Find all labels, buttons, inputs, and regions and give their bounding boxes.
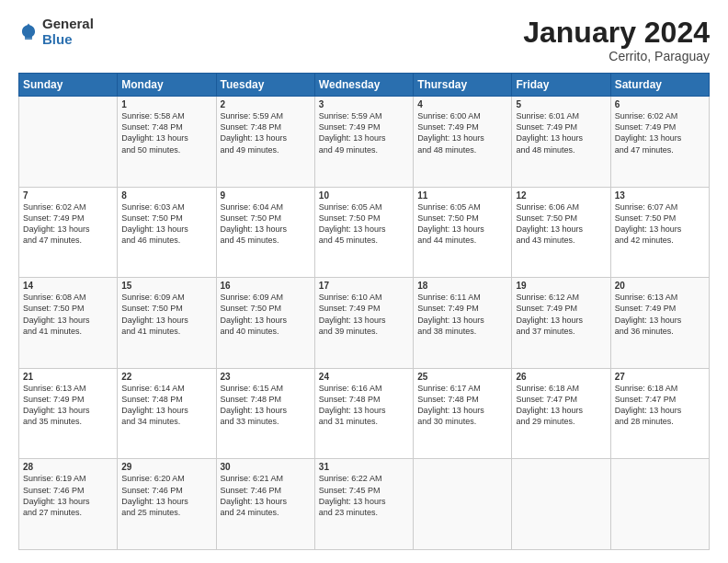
day-number: 23: [221, 372, 311, 382]
calendar-header-row: SundayMondayTuesdayWednesdayThursdayFrid…: [19, 74, 710, 97]
day-number: 20: [615, 281, 705, 291]
calendar-cell-1-3: 2Sunrise: 5:59 AMSunset: 7:48 PMDaylight…: [216, 97, 314, 188]
day-info: Sunrise: 6:00 AMSunset: 7:49 PMDaylight:…: [417, 110, 507, 155]
day-number: 29: [121, 462, 211, 472]
calendar-dow-wednesday: Wednesday: [314, 74, 413, 97]
calendar-dow-sunday: Sunday: [19, 74, 118, 97]
day-number: 26: [516, 372, 606, 382]
calendar-cell-3-7: 20Sunrise: 6:13 AMSunset: 7:49 PMDayligh…: [610, 278, 709, 369]
day-number: 19: [516, 281, 606, 291]
day-number: 24: [319, 372, 409, 382]
calendar-cell-1-1: [19, 97, 118, 188]
day-info: Sunrise: 6:13 AMSunset: 7:49 PMDaylight:…: [615, 292, 705, 337]
calendar-week-4: 21Sunrise: 6:13 AMSunset: 7:49 PMDayligh…: [19, 368, 710, 459]
calendar-cell-2-6: 12Sunrise: 6:06 AMSunset: 7:50 PMDayligh…: [512, 187, 610, 278]
calendar-cell-2-5: 11Sunrise: 6:05 AMSunset: 7:50 PMDayligh…: [414, 187, 512, 278]
logo: General Blue: [18, 17, 94, 47]
calendar-table: SundayMondayTuesdayWednesdayThursdayFrid…: [18, 73, 710, 550]
day-number: 1: [121, 99, 211, 109]
calendar-week-3: 14Sunrise: 6:08 AMSunset: 7:50 PMDayligh…: [19, 278, 710, 369]
calendar-cell-4-3: 23Sunrise: 6:15 AMSunset: 7:48 PMDayligh…: [216, 368, 314, 459]
calendar-cell-5-7: [610, 459, 709, 550]
calendar-cell-1-4: 3Sunrise: 5:59 AMSunset: 7:49 PMDaylight…: [314, 97, 413, 188]
calendar-cell-4-6: 26Sunrise: 6:18 AMSunset: 7:47 PMDayligh…: [512, 368, 610, 459]
calendar-cell-5-3: 30Sunrise: 6:21 AMSunset: 7:46 PMDayligh…: [216, 459, 314, 550]
day-number: 10: [319, 190, 409, 201]
day-number: 28: [23, 462, 113, 472]
day-info: Sunrise: 6:16 AMSunset: 7:48 PMDaylight:…: [319, 383, 409, 428]
day-info: Sunrise: 6:03 AMSunset: 7:50 PMDaylight:…: [121, 201, 211, 247]
day-info: Sunrise: 6:18 AMSunset: 7:47 PMDaylight:…: [516, 383, 606, 428]
calendar-cell-1-7: 6Sunrise: 6:02 AMSunset: 7:49 PMDaylight…: [610, 97, 709, 188]
calendar-cell-4-5: 25Sunrise: 6:17 AMSunset: 7:48 PMDayligh…: [414, 368, 512, 459]
day-number: 30: [221, 462, 311, 472]
day-info: Sunrise: 6:18 AMSunset: 7:47 PMDaylight:…: [615, 383, 705, 428]
day-info: Sunrise: 6:05 AMSunset: 7:50 PMDaylight:…: [417, 201, 507, 247]
day-number: 7: [23, 190, 113, 201]
day-number: 17: [319, 281, 409, 291]
calendar-cell-4-4: 24Sunrise: 6:16 AMSunset: 7:48 PMDayligh…: [314, 368, 413, 459]
calendar-dow-friday: Friday: [512, 74, 610, 97]
calendar-week-2: 7Sunrise: 6:02 AMSunset: 7:49 PMDaylight…: [19, 187, 710, 278]
calendar-cell-3-2: 15Sunrise: 6:09 AMSunset: 7:50 PMDayligh…: [118, 278, 216, 369]
calendar-cell-1-2: 1Sunrise: 5:58 AMSunset: 7:48 PMDaylight…: [118, 97, 216, 188]
page: General Blue January 2024 Cerrito, Parag…: [0, 0, 728, 563]
calendar-cell-3-1: 14Sunrise: 6:08 AMSunset: 7:50 PMDayligh…: [19, 278, 118, 369]
calendar-dow-monday: Monday: [118, 74, 216, 97]
subtitle: Cerrito, Paraguay: [523, 49, 710, 63]
calendar-cell-3-5: 18Sunrise: 6:11 AMSunset: 7:49 PMDayligh…: [414, 278, 512, 369]
calendar-dow-saturday: Saturday: [610, 74, 709, 97]
logo-text: General Blue: [42, 17, 94, 47]
day-info: Sunrise: 5:59 AMSunset: 7:48 PMDaylight:…: [221, 110, 311, 155]
calendar-week-5: 28Sunrise: 6:19 AMSunset: 7:46 PMDayligh…: [19, 459, 710, 550]
day-info: Sunrise: 6:21 AMSunset: 7:46 PMDaylight:…: [221, 473, 311, 518]
calendar-cell-2-1: 7Sunrise: 6:02 AMSunset: 7:49 PMDaylight…: [19, 187, 118, 278]
svg-marker-1: [27, 23, 31, 26]
day-info: Sunrise: 5:59 AMSunset: 7:49 PMDaylight:…: [319, 110, 409, 155]
day-number: 14: [23, 281, 113, 291]
day-number: 11: [417, 190, 507, 201]
calendar-cell-3-4: 17Sunrise: 6:10 AMSunset: 7:49 PMDayligh…: [314, 278, 413, 369]
day-number: 21: [23, 372, 113, 382]
calendar-cell-4-2: 22Sunrise: 6:14 AMSunset: 7:48 PMDayligh…: [118, 368, 216, 459]
header: General Blue January 2024 Cerrito, Parag…: [18, 17, 710, 63]
day-info: Sunrise: 6:02 AMSunset: 7:49 PMDaylight:…: [615, 110, 705, 155]
day-number: 5: [516, 99, 606, 109]
calendar-cell-5-2: 29Sunrise: 6:20 AMSunset: 7:46 PMDayligh…: [118, 459, 216, 550]
day-info: Sunrise: 6:20 AMSunset: 7:46 PMDaylight:…: [121, 473, 211, 518]
day-info: Sunrise: 6:11 AMSunset: 7:49 PMDaylight:…: [417, 292, 507, 337]
day-info: Sunrise: 6:19 AMSunset: 7:46 PMDaylight:…: [23, 473, 113, 518]
logo-general: General: [42, 17, 94, 32]
day-info: Sunrise: 6:22 AMSunset: 7:45 PMDaylight:…: [319, 473, 409, 518]
day-number: 18: [417, 281, 507, 291]
day-info: Sunrise: 6:13 AMSunset: 7:49 PMDaylight:…: [23, 383, 113, 428]
day-info: Sunrise: 6:01 AMSunset: 7:49 PMDaylight:…: [516, 110, 606, 155]
calendar-cell-1-5: 4Sunrise: 6:00 AMSunset: 7:49 PMDaylight…: [414, 97, 512, 188]
day-number: 12: [516, 190, 606, 201]
svg-rect-0: [25, 38, 32, 40]
calendar-cell-4-7: 27Sunrise: 6:18 AMSunset: 7:47 PMDayligh…: [610, 368, 709, 459]
calendar-dow-thursday: Thursday: [414, 74, 512, 97]
day-info: Sunrise: 6:07 AMSunset: 7:50 PMDaylight:…: [615, 201, 705, 247]
day-number: 31: [319, 462, 409, 472]
day-info: Sunrise: 6:08 AMSunset: 7:50 PMDaylight:…: [23, 292, 113, 337]
day-number: 4: [417, 99, 507, 109]
day-number: 13: [615, 190, 705, 201]
day-info: Sunrise: 6:09 AMSunset: 7:50 PMDaylight:…: [221, 292, 311, 337]
calendar-cell-5-6: [512, 459, 610, 550]
calendar-cell-1-6: 5Sunrise: 6:01 AMSunset: 7:49 PMDaylight…: [512, 97, 610, 188]
calendar-cell-5-5: [414, 459, 512, 550]
day-number: 25: [417, 372, 507, 382]
calendar-week-1: 1Sunrise: 5:58 AMSunset: 7:48 PMDaylight…: [19, 97, 710, 188]
day-info: Sunrise: 6:02 AMSunset: 7:49 PMDaylight:…: [23, 201, 113, 247]
calendar-cell-2-7: 13Sunrise: 6:07 AMSunset: 7:50 PMDayligh…: [610, 187, 709, 278]
day-info: Sunrise: 6:15 AMSunset: 7:48 PMDaylight:…: [221, 383, 311, 428]
logo-blue: Blue: [42, 32, 94, 48]
calendar-dow-tuesday: Tuesday: [216, 74, 314, 97]
day-info: Sunrise: 6:06 AMSunset: 7:50 PMDaylight:…: [516, 201, 606, 247]
day-number: 8: [121, 190, 211, 201]
calendar-cell-4-1: 21Sunrise: 6:13 AMSunset: 7:49 PMDayligh…: [19, 368, 118, 459]
main-title: January 2024: [523, 17, 710, 49]
day-number: 9: [221, 190, 311, 201]
calendar-cell-3-3: 16Sunrise: 6:09 AMSunset: 7:50 PMDayligh…: [216, 278, 314, 369]
